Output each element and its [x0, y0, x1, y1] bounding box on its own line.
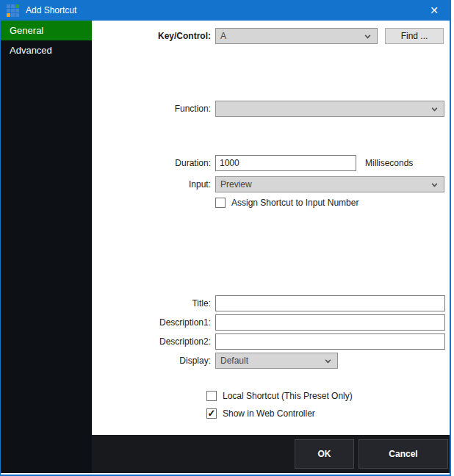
assign-shortcut-checkbox[interactable]: Assign Shortcut to Input Number — [215, 197, 358, 209]
sidebar: General Advanced — [1, 21, 92, 473]
description2-label: Description2: — [92, 333, 211, 350]
logo-square — [7, 4, 10, 8]
function-label: Function: — [92, 101, 211, 117]
checkbox-label: Local Shortcut (This Preset Only) — [223, 391, 353, 401]
app-logo-icon — [7, 4, 19, 17]
chevron-down-icon — [432, 106, 438, 112]
checkbox-box[interactable] — [206, 391, 217, 401]
title-bar: Add Shortcut ✕ — [1, 0, 450, 21]
web-controller-checkbox[interactable]: ✓ Show in Web Controller — [206, 408, 315, 419]
logo-square — [11, 13, 15, 17]
sidebar-item-advanced[interactable]: Advanced — [1, 40, 92, 60]
general-panel: Key/Control: A Find ... Function: Durati… — [92, 21, 450, 435]
ok-button[interactable]: OK — [295, 439, 354, 469]
logo-square — [11, 4, 15, 8]
checkbox-label: Show in Web Controller — [223, 408, 315, 419]
close-icon[interactable]: ✕ — [419, 0, 450, 21]
key-control-select[interactable]: A — [215, 28, 378, 44]
input-select[interactable]: Preview — [215, 176, 444, 192]
footer-bar: OK Cancel — [92, 435, 450, 473]
title-label: Title: — [92, 295, 211, 311]
local-shortcut-checkbox[interactable]: Local Shortcut (This Preset Only) — [206, 390, 353, 402]
checkmark-icon: ✓ — [208, 408, 216, 418]
cancel-button[interactable]: Cancel — [358, 439, 448, 469]
function-select[interactable] — [215, 101, 444, 117]
logo-square — [7, 13, 10, 17]
duration-label: Duration: — [92, 155, 211, 171]
display-label: Display: — [92, 353, 211, 369]
find-button[interactable]: Find ... — [385, 28, 444, 44]
chevron-down-icon — [432, 181, 438, 187]
checkbox-label: Assign Shortcut to Input Number — [231, 198, 358, 208]
description2-input[interactable] — [215, 333, 445, 350]
sidebar-item-general[interactable]: General — [1, 21, 92, 40]
display-value: Default — [220, 353, 248, 368]
key-control-label: Key/Control: — [92, 28, 211, 44]
logo-square — [11, 9, 15, 12]
input-label: Input: — [92, 176, 211, 192]
logo-square — [15, 13, 19, 17]
display-select[interactable]: Default — [215, 353, 338, 369]
chevron-down-icon — [325, 358, 331, 364]
chevron-down-icon — [365, 33, 371, 39]
description1-label: Description1: — [92, 314, 211, 331]
add-shortcut-dialog: Add Shortcut ✕ General Advanced Key/Cont… — [0, 0, 451, 476]
duration-unit-label: Milliseconds — [365, 155, 413, 171]
input-value: Preview — [220, 177, 252, 192]
key-control-value: A — [220, 29, 226, 43]
description1-input[interactable] — [215, 314, 445, 331]
checkbox-box[interactable]: ✓ — [206, 408, 217, 419]
checkbox-box[interactable] — [215, 198, 226, 208]
title-input[interactable] — [215, 295, 445, 311]
logo-square — [7, 9, 10, 12]
duration-input[interactable] — [215, 155, 356, 171]
window-title: Add Shortcut — [26, 5, 76, 15]
logo-square — [15, 4, 19, 8]
logo-square — [15, 9, 19, 12]
